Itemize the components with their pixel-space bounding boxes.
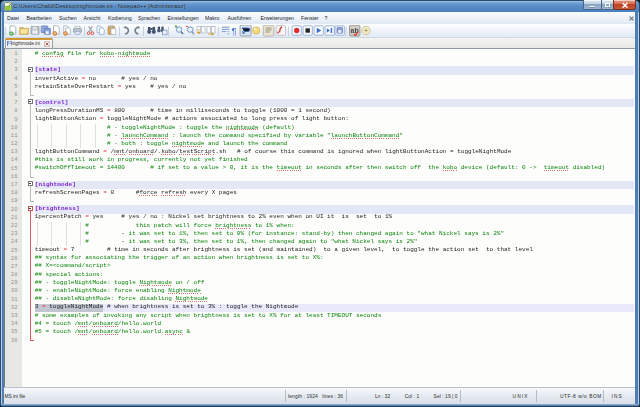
svg-text:¶: ¶ [232, 25, 237, 36]
